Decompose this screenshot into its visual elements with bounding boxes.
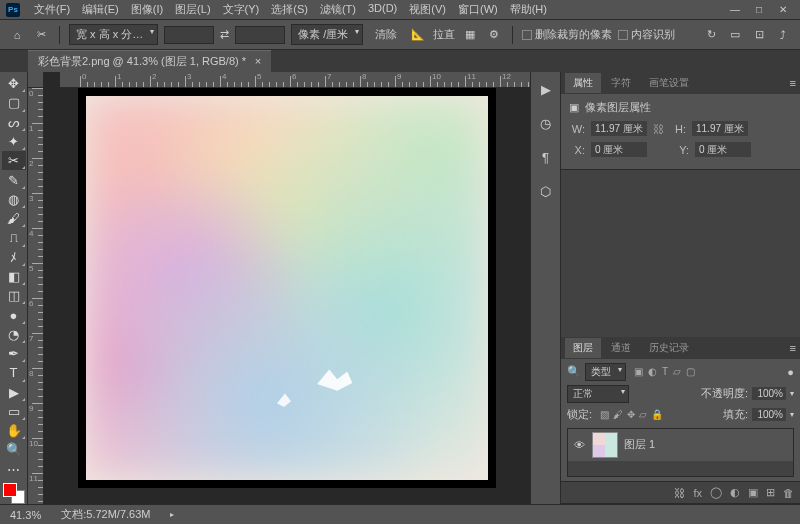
crop-width-input[interactable] bbox=[164, 26, 214, 44]
play-icon[interactable]: ▶ bbox=[537, 80, 555, 98]
overlay-icon[interactable]: ▦ bbox=[461, 26, 479, 44]
swap-icon[interactable]: ⇄ bbox=[220, 28, 229, 41]
color-swatches[interactable] bbox=[3, 483, 25, 504]
layer-name[interactable]: 图层 1 bbox=[624, 437, 655, 452]
3d-icon[interactable]: ⬡ bbox=[537, 182, 555, 200]
menu-图像[interactable]: 图像(I) bbox=[125, 0, 169, 19]
canvas-viewport[interactable] bbox=[44, 88, 530, 504]
width-input[interactable] bbox=[591, 121, 647, 136]
blur-tool[interactable]: ● bbox=[2, 305, 26, 324]
minimize-button[interactable]: — bbox=[724, 3, 746, 17]
delete-layer-icon[interactable]: 🗑 bbox=[783, 487, 794, 499]
reset-icon[interactable]: ↻ bbox=[702, 26, 720, 44]
hand-tool[interactable]: ✋ bbox=[2, 421, 26, 440]
content-aware-checkbox[interactable]: 内容识别 bbox=[618, 27, 675, 42]
home-icon[interactable]: ⌂ bbox=[8, 26, 26, 44]
y-input[interactable] bbox=[695, 142, 751, 157]
layer-item[interactable]: 👁 图层 1 bbox=[568, 429, 793, 462]
mask-icon[interactable]: ◯ bbox=[710, 486, 722, 499]
crop-ratio-select[interactable]: 宽 x 高 x 分… bbox=[69, 24, 158, 45]
eyedropper-tool[interactable]: ✎ bbox=[2, 170, 26, 189]
crop-height-input[interactable] bbox=[235, 26, 285, 44]
tab-channels[interactable]: 通道 bbox=[603, 338, 639, 358]
link-icon[interactable]: ⛓ bbox=[653, 123, 664, 135]
search-icon[interactable]: ⊡ bbox=[750, 26, 768, 44]
filter-smart-icon[interactable]: ▢ bbox=[686, 366, 695, 377]
doc-info[interactable]: 文档:5.72M/7.63M bbox=[61, 507, 150, 522]
maximize-button[interactable]: □ bbox=[748, 3, 770, 17]
group-icon[interactable]: ▣ bbox=[748, 486, 758, 499]
x-input[interactable] bbox=[591, 142, 647, 157]
filter-shape-icon[interactable]: ▱ bbox=[673, 366, 681, 377]
document-canvas[interactable] bbox=[78, 88, 496, 488]
adjustment-icon[interactable]: ◐ bbox=[730, 486, 740, 499]
delete-cropped-checkbox[interactable]: 删除裁剪的像素 bbox=[522, 27, 612, 42]
menu-图层[interactable]: 图层(L) bbox=[169, 0, 216, 19]
clear-button[interactable]: 清除 bbox=[369, 25, 403, 44]
filter-pixel-icon[interactable]: ▣ bbox=[634, 366, 643, 377]
info-chevron-icon[interactable]: ▸ bbox=[170, 510, 174, 519]
crop-tool-icon[interactable]: ✂ bbox=[32, 26, 50, 44]
tab-layers[interactable]: 图层 bbox=[565, 338, 601, 358]
move-tool[interactable]: ✥ bbox=[2, 74, 26, 93]
history-brush-tool[interactable]: ﾒ bbox=[2, 248, 26, 267]
dodge-tool[interactable]: ◔ bbox=[2, 325, 26, 344]
healing-tool[interactable]: ◍ bbox=[2, 190, 26, 209]
crop-settings-icon[interactable]: ⚙ bbox=[485, 26, 503, 44]
menu-帮助[interactable]: 帮助(H) bbox=[504, 0, 553, 19]
lock-pixels-icon[interactable]: 🖌 bbox=[613, 409, 623, 420]
pen-tool[interactable]: ✒ bbox=[2, 344, 26, 363]
tab-close-icon[interactable]: × bbox=[255, 55, 261, 67]
lock-artboard-icon[interactable]: ▱ bbox=[639, 409, 647, 420]
height-input[interactable] bbox=[692, 121, 748, 136]
brush-tool[interactable]: 🖌 bbox=[2, 209, 26, 228]
edit-toolbar[interactable]: ⋯ bbox=[2, 460, 26, 479]
magic-wand-tool[interactable]: ✦ bbox=[2, 132, 26, 151]
new-layer-icon[interactable]: ⊞ bbox=[766, 486, 775, 499]
eraser-tool[interactable]: ◧ bbox=[2, 267, 26, 286]
tab-brush-settings[interactable]: 画笔设置 bbox=[641, 73, 697, 93]
filter-toggle[interactable]: ● bbox=[787, 366, 794, 378]
menu-编辑[interactable]: 编辑(E) bbox=[76, 0, 125, 19]
filter-type-select[interactable]: 类型 bbox=[585, 363, 626, 381]
menu-3D[interactable]: 3D(D) bbox=[362, 0, 403, 19]
opacity-input[interactable]: 100% bbox=[752, 387, 786, 400]
path-select-tool[interactable]: ▶ bbox=[2, 383, 26, 402]
gradient-tool[interactable]: ◫ bbox=[2, 286, 26, 305]
menu-选择[interactable]: 选择(S) bbox=[265, 0, 314, 19]
panel-menu-icon[interactable]: ≡ bbox=[790, 77, 796, 89]
lock-position-icon[interactable]: ✥ bbox=[627, 409, 635, 420]
fx-icon[interactable]: fx bbox=[693, 487, 702, 499]
close-button[interactable]: ✕ bbox=[772, 3, 794, 17]
link-layers-icon[interactable]: ⛓ bbox=[674, 487, 685, 499]
menu-文件[interactable]: 文件(F) bbox=[28, 0, 76, 19]
straighten-icon[interactable]: 📐 bbox=[409, 26, 427, 44]
share-icon[interactable]: ⤴ bbox=[774, 26, 792, 44]
lock-all-icon[interactable]: 🔒 bbox=[651, 409, 663, 420]
tab-properties[interactable]: 属性 bbox=[565, 73, 601, 93]
filter-adjust-icon[interactable]: ◐ bbox=[648, 366, 657, 377]
lock-transparent-icon[interactable]: ▨ bbox=[600, 409, 609, 420]
filter-type-icon[interactable]: T bbox=[662, 366, 668, 377]
zoom-tool[interactable]: 🔍 bbox=[2, 440, 26, 459]
tab-character[interactable]: 字符 bbox=[603, 73, 639, 93]
lasso-tool[interactable]: ᔕ bbox=[2, 113, 26, 132]
foreground-color[interactable] bbox=[3, 483, 17, 497]
menu-视图[interactable]: 视图(V) bbox=[403, 0, 452, 19]
marquee-tool[interactable]: ▢ bbox=[2, 93, 26, 112]
blend-mode-select[interactable]: 正常 bbox=[567, 385, 629, 403]
fill-input[interactable]: 100% bbox=[752, 408, 786, 421]
shape-tool[interactable]: ▭ bbox=[2, 402, 26, 421]
menu-文字[interactable]: 文字(Y) bbox=[217, 0, 266, 19]
tab-history[interactable]: 历史记录 bbox=[641, 338, 697, 358]
history-icon[interactable]: ◷ bbox=[537, 114, 555, 132]
menu-窗口[interactable]: 窗口(W) bbox=[452, 0, 504, 19]
document-tab[interactable]: 彩色背景2.png @ 41.3% (图层 1, RGB/8) * × bbox=[28, 50, 271, 72]
search-icon[interactable]: 🔍 bbox=[567, 365, 581, 378]
unit-select[interactable]: 像素 /厘米 bbox=[291, 24, 363, 45]
menu-滤镜[interactable]: 滤镜(T) bbox=[314, 0, 362, 19]
panel-menu-icon[interactable]: ≡ bbox=[790, 342, 796, 354]
visibility-toggle[interactable]: 👁 bbox=[572, 439, 586, 451]
type-tool[interactable]: T bbox=[2, 363, 26, 382]
stamp-tool[interactable]: ⎍ bbox=[2, 228, 26, 247]
